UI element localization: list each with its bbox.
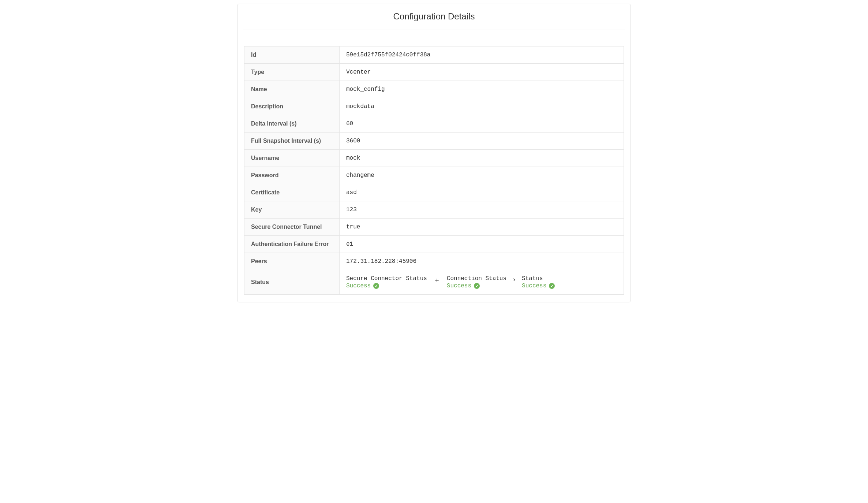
row-value-status: Secure Connector Status Success ＋ Connec… — [340, 270, 624, 295]
row-value-password: changeme — [340, 167, 624, 184]
table-row: Certificate asd — [244, 184, 624, 201]
table-row: Authentication Failure Error e1 — [244, 236, 624, 253]
row-label-peers: Peers — [244, 253, 340, 270]
row-label-snapshot-interval: Full Snapshot Interval (s) — [244, 133, 340, 150]
status-connection: Connection Status Success — [447, 275, 506, 289]
row-label-type: Type — [244, 64, 340, 81]
status-secure-connector: Secure Connector Status Success — [346, 275, 427, 289]
row-value-name: mock_config — [340, 81, 624, 98]
row-label-status: Status — [244, 270, 340, 295]
table-row: Username mock — [244, 150, 624, 167]
check-icon — [549, 283, 555, 289]
row-value-certificate: asd — [340, 184, 624, 201]
status-secure-connector-label: Secure Connector Status — [346, 275, 427, 282]
table-row: Key 123 — [244, 201, 624, 219]
row-label-delta-interval: Delta Interval (s) — [244, 115, 340, 133]
row-label-password: Password — [244, 167, 340, 184]
table-row: Description mockdata — [244, 98, 624, 115]
row-label-certificate: Certificate — [244, 184, 340, 201]
status-overall-value: Success — [522, 283, 555, 289]
row-value-key: 123 — [340, 201, 624, 219]
check-icon — [474, 283, 480, 289]
row-value-type: Vcenter — [340, 64, 624, 81]
status-row: Secure Connector Status Success ＋ Connec… — [346, 275, 617, 289]
status-overall-text: Success — [522, 283, 546, 289]
page-title: Configuration Details — [243, 4, 625, 30]
row-value-id: 59e15d2f755f02424c0ff38a — [340, 46, 624, 64]
status-connection-text: Success — [447, 283, 471, 289]
row-label-key: Key — [244, 201, 340, 219]
row-label-name: Name — [244, 81, 340, 98]
row-value-username: mock — [340, 150, 624, 167]
table-row: Password changeme — [244, 167, 624, 184]
row-label-description: Description — [244, 98, 340, 115]
check-icon — [373, 283, 379, 289]
row-value-secure-tunnel: true — [340, 219, 624, 236]
row-value-delta-interval: 60 — [340, 115, 624, 133]
plus-icon: ＋ — [434, 275, 440, 284]
table-row: Type Vcenter — [244, 64, 624, 81]
chevron-right-icon: › — [513, 275, 515, 283]
row-value-description: mockdata — [340, 98, 624, 115]
row-value-snapshot-interval: 3600 — [340, 133, 624, 150]
row-value-auth-error: e1 — [340, 236, 624, 253]
config-details-panel: Configuration Details Id 59e15d2f755f024… — [237, 4, 631, 302]
table-row: Full Snapshot Interval (s) 3600 — [244, 133, 624, 150]
status-overall: Status Success — [522, 275, 555, 289]
table-row: Name mock_config — [244, 81, 624, 98]
table-row: Secure Connector Tunnel true — [244, 219, 624, 236]
row-label-username: Username — [244, 150, 340, 167]
table-row: Peers 172.31.182.228:45906 — [244, 253, 624, 270]
status-overall-label: Status — [522, 275, 555, 282]
row-value-peers: 172.31.182.228:45906 — [340, 253, 624, 270]
status-connection-label: Connection Status — [447, 275, 506, 282]
config-details-table: Id 59e15d2f755f02424c0ff38a Type Vcenter… — [244, 46, 624, 295]
status-connection-value: Success — [447, 283, 506, 289]
row-label-auth-error: Authentication Failure Error — [244, 236, 340, 253]
table-row: Id 59e15d2f755f02424c0ff38a — [244, 46, 624, 64]
row-label-id: Id — [244, 46, 340, 64]
row-label-secure-tunnel: Secure Connector Tunnel — [244, 219, 340, 236]
status-secure-connector-text: Success — [346, 283, 371, 289]
table-row: Status Secure Connector Status Success ＋ — [244, 270, 624, 295]
status-secure-connector-value: Success — [346, 283, 427, 289]
table-row: Delta Interval (s) 60 — [244, 115, 624, 133]
